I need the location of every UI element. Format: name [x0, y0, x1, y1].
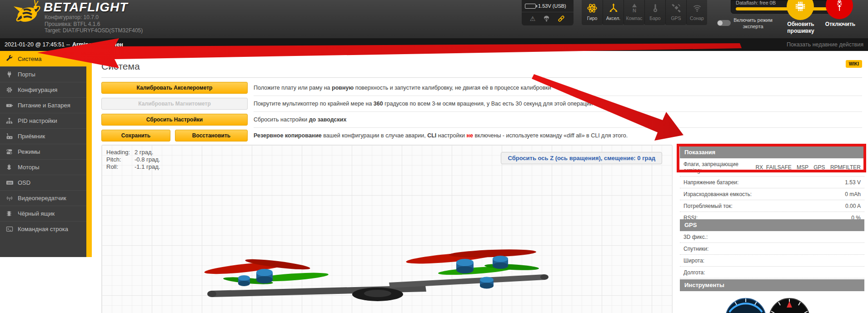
- usb-disconnect-icon: [833, 0, 846, 12]
- dataflash-usage-bar: [736, 7, 835, 10]
- sidebar: Система Порты Конфигурация Питание и Бат…: [0, 51, 86, 257]
- gps-longitude-row: Долгота:: [680, 267, 864, 278]
- disconnect-button[interactable]: [826, 0, 853, 19]
- gps-panel-header: GPS: [680, 219, 864, 231]
- toggle-knob: [718, 20, 723, 25]
- sidebar-item-receiver[interactable]: Приёмник: [0, 128, 86, 144]
- modes-toggles-icon: [6, 148, 14, 156]
- active-tab-accent-strip: [86, 51, 92, 257]
- motor-icon: [6, 163, 14, 171]
- battery-voltage: 1.53V (USB): [538, 3, 566, 9]
- receiver-icon: [6, 132, 14, 140]
- dataflash-box: Dataflash: free 0B: [731, 0, 840, 14]
- backup-row: Сохранить Восстановить Резервное копиров…: [101, 127, 862, 143]
- restore-backup-button[interactable]: Восстановить: [175, 130, 248, 141]
- gyro-icon: [582, 2, 603, 15]
- wrench-icon: [6, 55, 14, 63]
- sensor-status-bar: Гиро Аксел. N Компас: [582, 0, 707, 25]
- reset-settings-row: Сбросить Настройки Сбросить настройки до…: [101, 111, 862, 127]
- save-backup-button[interactable]: Сохранить: [101, 130, 170, 141]
- sensor-gps: GPS: [665, 0, 686, 25]
- barometer-icon: [645, 2, 665, 15]
- failsafe-parachute-icon: [543, 15, 550, 23]
- battery-icon: [6, 101, 14, 109]
- sitemap-icon: [6, 117, 14, 125]
- show-recent-actions-link[interactable]: Показать недавние действия: [787, 41, 863, 48]
- roll-value: -1.1 град.: [135, 163, 160, 170]
- calibrate-accel-description: Положите плату или раму на ровную поверх…: [254, 80, 862, 96]
- calibrate-mag-description: Покрутите мультикоптер по крайней мере н…: [254, 96, 862, 111]
- log-bar: 2021-01-20 @ 17:45:51 -- Arming выключен…: [0, 38, 868, 51]
- update-firmware-button[interactable]: [787, 0, 814, 20]
- page-title: Система: [101, 61, 140, 72]
- status-panel-header: Показания: [680, 146, 864, 158]
- target-info: Target: DIAT/FURYF4OSD(STM32F405): [45, 27, 143, 34]
- chip-icon: [793, 0, 807, 13]
- attitude-readout: Heading:2 град. Pitch:-0.8 град. Roll:-1…: [106, 149, 160, 171]
- svg-text:N: N: [633, 8, 636, 13]
- sidebar-item-osd[interactable]: OSD OSD: [0, 175, 86, 190]
- gps-sats-row: Спутники:: [680, 243, 864, 255]
- expert-mode-toggle[interactable]: [717, 20, 731, 26]
- calibrate-mag-row: Калибровать Магнитометр Покрутите мульти…: [101, 96, 862, 111]
- sidebar-item-motors[interactable]: Моторы: [0, 159, 86, 175]
- sidebar-item-modes[interactable]: Режимы: [0, 144, 86, 159]
- update-firmware-label[interactable]: Обновить прошивку: [780, 21, 822, 35]
- battery-voltage-row: Напряжение батареи: 1.53 V: [680, 177, 864, 188]
- sidebar-item-cli[interactable]: Командная строка: [0, 221, 86, 237]
- sensor-accel: Аксел.: [603, 0, 624, 25]
- sidebar-item-vtx[interactable]: Видеопередатчик: [0, 190, 86, 206]
- svg-text:OSD: OSD: [7, 182, 12, 184]
- arming-flags-value: RX_FAILSAFE MSP GPS RPMFILTER: [755, 164, 861, 171]
- current-draw-row: Потребляемый ток: 0.00 A: [680, 200, 864, 212]
- attitude-gauge: [726, 298, 766, 313]
- capacity-drawn-row: Израсходованная емкость: 0 mAh: [680, 188, 864, 200]
- plug-icon: [6, 71, 14, 78]
- gear-icon: [6, 86, 14, 94]
- sensor-gyro: Гиро: [582, 0, 603, 25]
- sidebar-item-blackbox[interactable]: Чёрный ящик: [0, 206, 86, 221]
- configurator-version: Конфигуратор: 10.7.0: [45, 14, 143, 21]
- app-title: BETAFLIGHT: [44, 0, 128, 15]
- heading-value: 2 град.: [135, 149, 153, 156]
- calibrate-accel-row: Калибровать Акселерометр Положите плату …: [101, 80, 862, 96]
- reset-settings-button[interactable]: Сбросить Настройки: [101, 114, 248, 126]
- reset-z-axis-button[interactable]: Сбросить ось Z (ось вращения), смещение:…: [501, 152, 662, 164]
- instruments-panel: Инструменты: [680, 279, 864, 313]
- title-divider: [101, 77, 862, 78]
- gps-latitude-row: Широта:: [680, 255, 864, 267]
- expert-mode-label: Включить режим эксперта: [730, 17, 776, 30]
- sidebar-item-configuration[interactable]: Конфигурация: [0, 82, 86, 97]
- drone-3d-model: [198, 246, 557, 312]
- reset-settings-description: Сбросить настройки до заводских: [254, 111, 862, 127]
- sensor-compass: N Компас: [624, 0, 644, 25]
- sidebar-item-setup[interactable]: Система: [0, 51, 92, 66]
- sidebar-item-power-battery[interactable]: Питание и Батарея: [0, 97, 86, 113]
- sidebar-item-pid-tuning[interactable]: PID настройки: [0, 113, 86, 128]
- link-icon: [557, 15, 565, 23]
- log-message-status: Arming выключен: [72, 41, 123, 48]
- status-panel: Показания Флаги, запрещающие arming: RX_…: [680, 146, 864, 224]
- wiki-button[interactable]: WIKI: [846, 60, 862, 68]
- sonar-icon: [687, 2, 707, 15]
- osd-icon: OSD: [6, 179, 14, 187]
- app-header: BETAFLIGHT Конфигуратор: 10.7.0 Прошивка…: [0, 0, 868, 38]
- firmware-version: Прошивка: BTFL 4.1.6: [45, 21, 143, 28]
- version-info: Конфигуратор: 10.7.0 Прошивка: BTFL 4.1.…: [45, 14, 143, 34]
- model-3d-view: Heading:2 град. Pitch:-0.8 град. Roll:-1…: [101, 145, 673, 313]
- calibrate-magnetometer-button[interactable]: Калибровать Магнитометр: [101, 98, 248, 110]
- arming-flags-row: Флаги, запрещающие arming: RX_FAILSAFE M…: [680, 158, 864, 177]
- betaflight-bee-logo: [9, 0, 42, 27]
- disconnect-label[interactable]: Отключить: [819, 21, 861, 28]
- gps-3dfix-row: 3D фикс.:: [680, 231, 864, 243]
- instrument-gauges: [680, 295, 864, 313]
- log-message-time: 2021-01-20 @ 17:45:51 --: [5, 41, 70, 48]
- sidebar-item-ports[interactable]: Порты: [0, 66, 86, 82]
- calibrate-accelerometer-button[interactable]: Калибровать Акселерометр: [101, 82, 248, 94]
- heading-gauge: [769, 298, 809, 313]
- battery-status-box: 1.53V (USB) ⚠: [522, 0, 574, 25]
- gps-panel: GPS 3D фикс.: Спутники: Широта: Долгота:: [680, 219, 864, 278]
- instruments-panel-header: Инструменты: [680, 279, 864, 291]
- warning-icon: ⚠: [530, 15, 536, 22]
- sensor-baro: Баро: [644, 0, 665, 25]
